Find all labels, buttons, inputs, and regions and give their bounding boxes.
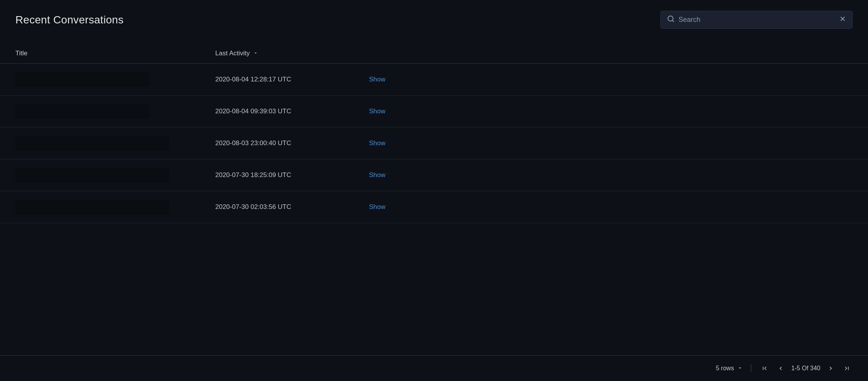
- rows-per-page-label: 5 rows: [716, 365, 734, 372]
- search-input[interactable]: [678, 16, 835, 24]
- table-row: 2020-07-30 02:03:56 UTC Show: [0, 191, 868, 223]
- redacted-title-1: [15, 72, 150, 87]
- next-page-button[interactable]: [825, 363, 836, 373]
- search-container[interactable]: [660, 11, 853, 29]
- svg-line-1: [672, 20, 674, 22]
- redacted-title-2: [15, 104, 150, 119]
- cell-action-1: Show: [369, 76, 853, 83]
- table-row: 2020-08-04 12:28:17 UTC Show: [0, 64, 868, 96]
- last-page-button[interactable]: [841, 363, 853, 373]
- pagination-divider: [751, 364, 751, 372]
- rows-dropdown-icon: [737, 365, 743, 372]
- cell-activity-3: 2020-08-03 23:00:40 UTC: [215, 139, 369, 147]
- cell-action-2: Show: [369, 108, 853, 115]
- search-clear-icon[interactable]: [839, 15, 846, 24]
- table-row: 2020-08-04 09:39:03 UTC Show: [0, 96, 868, 128]
- footer: 5 rows 1-5 Of 340: [0, 355, 868, 381]
- sort-desc-icon: [253, 50, 258, 57]
- prev-page-button[interactable]: [775, 363, 787, 373]
- show-link-1[interactable]: Show: [369, 76, 386, 83]
- cell-activity-2: 2020-08-04 09:39:03 UTC: [215, 108, 369, 115]
- cell-activity-5: 2020-07-30 02:03:56 UTC: [215, 203, 369, 211]
- cell-action-4: Show: [369, 171, 853, 179]
- cell-title-3: [15, 136, 215, 151]
- cell-activity-1: 2020-08-04 12:28:17 UTC: [215, 76, 369, 83]
- redacted-title-3: [15, 136, 169, 151]
- cell-title-1: [15, 72, 215, 87]
- search-icon: [667, 15, 675, 25]
- show-link-5[interactable]: Show: [369, 203, 386, 211]
- cell-activity-4: 2020-07-30 18:25:09 UTC: [215, 171, 369, 179]
- table-body: 2020-08-04 12:28:17 UTC Show 2020-08-04 …: [0, 64, 868, 355]
- column-header-title: Title: [15, 50, 215, 57]
- page-info: 1-5 Of 340: [791, 365, 820, 372]
- header: Recent Conversations: [0, 0, 868, 40]
- cell-action-5: Show: [369, 203, 853, 211]
- pagination-controls: 1-5 Of 340: [759, 363, 853, 373]
- rows-per-page-selector[interactable]: 5 rows: [716, 365, 743, 372]
- table-row: 2020-07-30 18:25:09 UTC Show: [0, 159, 868, 191]
- redacted-title-5: [15, 200, 169, 214]
- column-header-activity[interactable]: Last Activity: [215, 50, 369, 57]
- table-header: Title Last Activity: [0, 43, 868, 64]
- main-container: Recent Conversations Title Last Activity: [0, 0, 868, 381]
- show-link-2[interactable]: Show: [369, 108, 386, 115]
- cell-action-3: Show: [369, 139, 853, 147]
- page-title: Recent Conversations: [15, 14, 123, 26]
- show-link-3[interactable]: Show: [369, 139, 386, 147]
- redacted-title-4: [15, 168, 169, 182]
- cell-title-4: [15, 168, 215, 182]
- first-page-button[interactable]: [759, 363, 770, 373]
- show-link-4[interactable]: Show: [369, 171, 386, 179]
- cell-title-5: [15, 200, 215, 214]
- cell-title-2: [15, 104, 215, 119]
- table-row: 2020-08-03 23:00:40 UTC Show: [0, 128, 868, 159]
